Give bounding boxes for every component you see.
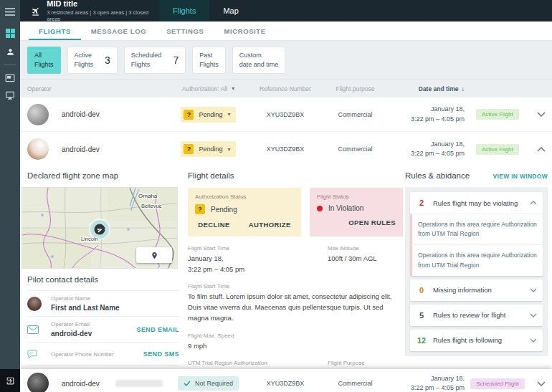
column-authorization-filter[interactable]: Authorization: All ▾ <box>167 85 249 92</box>
chevron-down-icon <box>530 313 537 317</box>
chip-subtitle: Flights <box>75 60 94 70</box>
redacted-text <box>115 380 163 387</box>
menu-button[interactable] <box>0 3 20 20</box>
expand-row-button[interactable] <box>530 381 552 386</box>
utm-authorization-label: UTM Trial Region Authorization <box>188 360 320 366</box>
table-row: android-dev ? Pending ▾ XYU3DZ9BX Commer… <box>20 97 552 132</box>
rules-group-header[interactable]: 2 Rules flight may be violating <box>410 192 543 214</box>
rules-group-header[interactable]: 12 Rules flight is following <box>410 330 543 351</box>
authorize-button[interactable]: AUTHORIZE <box>249 221 291 229</box>
column-reference: Reference Number <box>249 85 321 92</box>
location-pin-icon <box>151 251 158 260</box>
avatar <box>27 373 49 392</box>
dropdown-caret-icon: ▾ <box>228 111 231 118</box>
top-tabs: Flights Map <box>159 0 252 21</box>
rules-section: Rules & abidance VIEW IN WINDOW 2 Rules … <box>405 171 548 356</box>
map-section-title: Declared flight zone map <box>27 171 118 180</box>
rules-group-following: 12 Rules flight is following <box>410 330 543 351</box>
table-row-expanded: android-dev ? Pending ▾ XYU3DZ9BX Commer… <box>20 133 552 166</box>
sidebar-item-microsite[interactable] <box>0 87 20 104</box>
rule-item: Operations in this area require Authoriz… <box>410 214 543 244</box>
max-speed-value: 9 mph <box>188 341 320 352</box>
subtab-flights[interactable]: FLIGHTS <box>29 21 81 40</box>
flight-purpose-label: Flight Purpose <box>328 360 403 366</box>
column-purpose: Flight purpose <box>321 85 389 92</box>
start-time-label: Flight Start Time <box>188 245 320 252</box>
filter-past-flights[interactable]: PastFlights <box>192 47 226 74</box>
map-locate-button[interactable] <box>136 247 172 263</box>
flight-description: To film stuff. Lorem ipsum dolor sit ame… <box>188 292 403 323</box>
chip-subtitle: Flights <box>131 60 162 70</box>
email-icon <box>27 325 39 334</box>
status-badge: Active Flight <box>476 109 519 120</box>
authorization-status-value: Pending <box>211 206 237 214</box>
subtab-message-log[interactable]: MESSAGE LOG <box>81 21 156 40</box>
flight-status-label: Flight Status <box>317 193 396 200</box>
pilot-contact-section: Pilot contact details Operator Name Firs… <box>27 275 179 366</box>
avatar <box>27 138 49 160</box>
rules-group-missing: 0 Missing information <box>410 279 543 301</box>
send-email-button[interactable]: SEND EMAIL <box>136 326 179 333</box>
collapse-row-button[interactable] <box>530 147 552 152</box>
send-sms-button[interactable]: SEND SMS <box>143 350 179 358</box>
rules-group-header[interactable]: 0 Missing information <box>410 279 543 301</box>
flight-date: January 18, <box>389 374 465 384</box>
filter-all-flights[interactable]: AllFlights <box>27 47 61 74</box>
authorization-chip[interactable]: ? Pending ▾ <box>181 107 235 123</box>
chevron-down-icon <box>530 338 537 343</box>
rules-group-label: Rules to review for flight <box>433 311 505 319</box>
filter-active-flights[interactable]: ActiveFlights 3 <box>67 47 118 74</box>
question-icon: ? <box>184 110 194 120</box>
chip-title: Active <box>75 51 94 60</box>
dashboard-grid-icon <box>6 29 15 38</box>
table-header: Operator Authorization: All ▾ Reference … <box>20 79 552 97</box>
subtab-settings[interactable]: SETTINGS <box>156 21 214 40</box>
max-altitude-value: 100ft / 30m AGL <box>328 254 403 264</box>
operator-email-value: android-dev <box>51 330 92 338</box>
flight-time: 3:22 pm – 4:05 pm <box>389 383 465 392</box>
rule-item: Operations in this area require Authoriz… <box>410 244 543 275</box>
operator-name-value: First and Last Name <box>51 304 120 312</box>
rules-group-header[interactable]: 5 Rules to review for flight <box>410 305 543 326</box>
sms-icon <box>27 350 37 359</box>
flight-detail-panel: Declared flight zone map <box>20 166 552 364</box>
flight-time: 3:22 pm – 4:05 pm <box>389 149 465 159</box>
dropdown-caret-icon: ▾ <box>228 146 231 153</box>
check-icon <box>184 381 191 386</box>
reference-number: XYU3DZ9BX <box>249 380 321 387</box>
column-datetime-sort[interactable]: Date and time↓ <box>389 85 465 92</box>
flight-zone-map[interactable]: Omaha Bellevue Lincoln <box>22 187 178 269</box>
filter-custom-date[interactable]: Customdate and time <box>232 47 286 74</box>
open-rules-button[interactable]: OPEN RULES <box>348 219 396 226</box>
authorization-filter-label: Authorization: All <box>182 85 227 92</box>
operator-phone-label: Operator Phone Number <box>51 351 114 358</box>
datetime-label: Date and time <box>419 85 459 92</box>
sidebar-item-dashboard[interactable] <box>0 24 20 42</box>
chip-subtitle: date and time <box>239 60 279 70</box>
chip-title: Past <box>199 51 219 60</box>
logout-button[interactable] <box>0 369 20 392</box>
start-time-range: 3:22 pm – 4:05 pm <box>188 264 320 275</box>
top-header: MID title 3 restricted areas | 3 open ar… <box>20 0 552 21</box>
tab-flights[interactable]: Flights <box>159 0 209 21</box>
sort-desc-icon: ↓ <box>462 85 465 92</box>
status-badge: Active Flight <box>476 144 519 155</box>
question-icon: ? <box>195 204 205 214</box>
rules-group-label: Rules flight is following <box>433 336 502 344</box>
authorization-chip[interactable]: ? Pending ▾ <box>181 141 235 157</box>
app-sidebar <box>0 0 20 392</box>
authorization-chip[interactable]: Not Required <box>178 376 239 391</box>
authorization-value: Pending <box>199 145 222 153</box>
view-in-window-link[interactable]: VIEW IN WINDOW <box>493 173 548 180</box>
decline-button[interactable]: DECLINE <box>198 221 230 229</box>
sidebar-item-featured-video[interactable] <box>0 70 20 87</box>
person-icon <box>6 47 15 57</box>
subtab-microsite[interactable]: MICROSITE <box>214 21 276 40</box>
sidebar-item-users[interactable] <box>0 43 20 60</box>
chip-subtitle: Flights <box>199 60 219 70</box>
filter-scheduled-flights[interactable]: ScheduledFlights 7 <box>124 47 186 74</box>
expand-row-button[interactable] <box>530 112 552 117</box>
area-summary: 3 restricted areas | 3 open areas | 3 cl… <box>47 9 151 22</box>
tab-map[interactable]: Map <box>209 0 252 21</box>
sidebar-divider <box>4 64 16 65</box>
